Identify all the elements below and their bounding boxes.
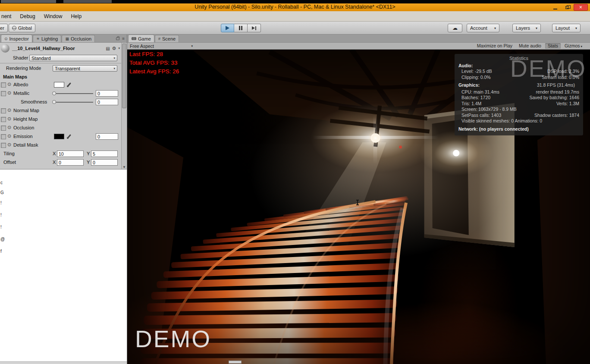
restore-button[interactable] xyxy=(562,4,573,11)
lock-icon[interactable] xyxy=(116,38,119,40)
texture-slot[interactable] xyxy=(1,91,6,96)
chevron-down-icon: ▾ xyxy=(494,26,496,30)
illegible-text-fragment: ! xyxy=(0,225,2,229)
target-icon[interactable]: ⊙ xyxy=(7,133,11,139)
rendering-mode-dropdown[interactable]: Transparent ▾ xyxy=(53,65,117,72)
menu-item-debug[interactable]: Debug xyxy=(16,13,39,19)
texture-slot[interactable] xyxy=(1,108,6,113)
gear-icon[interactable]: ⚙ xyxy=(112,46,116,51)
eyedropper-icon[interactable] xyxy=(66,82,72,88)
tiling-row: Tiling X Y xyxy=(0,150,127,158)
pivot-button[interactable]: er xyxy=(0,24,8,32)
cloud-services-button[interactable]: ☁ xyxy=(448,24,462,32)
stats-row: Visible skinned meshes: 0 Animations: 0 xyxy=(458,118,579,124)
layers-dropdown[interactable]: Layers ▾ xyxy=(512,24,541,32)
target-icon[interactable]: ⊙ xyxy=(7,125,11,130)
play-button[interactable] xyxy=(221,24,234,32)
menu-item-window[interactable]: Window xyxy=(40,13,67,19)
background-tab[interactable] xyxy=(63,0,112,3)
slider-knob[interactable] xyxy=(52,91,56,95)
offset-label: Offset xyxy=(3,160,16,165)
account-dropdown[interactable]: Account ▾ xyxy=(467,24,499,32)
panel-menu-icon[interactable]: ≡ xyxy=(122,36,125,41)
game-panel-tab-bar: Game # Scene xyxy=(127,35,590,43)
emission-value-field[interactable] xyxy=(96,133,118,140)
minimize-button[interactable] xyxy=(549,4,561,11)
step-button[interactable] xyxy=(248,24,261,32)
metallic-slider[interactable] xyxy=(53,93,93,94)
texture-slot[interactable] xyxy=(1,126,6,131)
material-inspector: __10_Level4_Hallway_Floor ▤ ⚙ ▾ Shader S… xyxy=(0,43,127,169)
smoothness-value-field[interactable] xyxy=(96,99,118,105)
texture-slot[interactable] xyxy=(1,143,6,148)
menu-item-component-partial[interactable]: nent xyxy=(0,13,16,19)
scrollbar-thumb[interactable] xyxy=(122,44,126,108)
maximize-on-play-button[interactable]: Maximize on Play xyxy=(474,43,515,49)
emission-color-swatch[interactable] xyxy=(54,134,64,139)
scroll-down-icon[interactable]: ▼ xyxy=(122,165,126,169)
stats-button[interactable]: Stats xyxy=(545,43,561,49)
target-icon[interactable]: ⊙ xyxy=(7,90,11,96)
stats-row: Batches: 1720 Saved by batching: 1646 xyxy=(458,95,579,101)
pivot-toggle-group: er Global xyxy=(0,24,35,32)
smoothness-slider[interactable] xyxy=(53,102,93,103)
stats-row: Screen: 1063x729 - 8.9 MB xyxy=(458,107,579,113)
chevron-down-icon[interactable]: ▾ xyxy=(118,47,120,50)
window-title: Unity Personal (64bit) - Silo.unity - Ro… xyxy=(0,4,590,10)
globe-icon xyxy=(12,26,16,30)
metallic-value-field[interactable] xyxy=(96,90,118,97)
shader-dropdown[interactable]: Standard ▾ xyxy=(29,55,117,61)
fps-line: Latest Avg FPS: 26 xyxy=(129,67,179,76)
background-tab[interactable] xyxy=(1,0,56,3)
tiling-y-field[interactable] xyxy=(91,151,118,157)
tab-scene-label: Scene xyxy=(162,36,176,41)
shader-value: Standard xyxy=(31,56,51,61)
scene-icon: # xyxy=(158,37,160,41)
albedo-row: ⊙ Albedo xyxy=(0,81,127,89)
cloud-icon: ☁ xyxy=(452,25,458,31)
material-preview-sphere xyxy=(1,44,9,53)
inspector-scrollbar[interactable]: ▼ xyxy=(121,43,127,169)
pause-button[interactable] xyxy=(234,24,248,32)
workspace: ⊙ Inspector ☀ Lighting ▦ Occlusion ≡ xyxy=(0,35,590,364)
game-viewport[interactable]: Last FPS: 28 Total AVG FPS: 33 Latest Av… xyxy=(127,50,590,364)
mute-audio-button[interactable]: Mute audio xyxy=(516,43,544,49)
tab-occlusion[interactable]: ▦ Occlusion xyxy=(62,35,95,42)
offset-y-field[interactable] xyxy=(91,159,118,166)
tab-occlusion-label: Occlusion xyxy=(71,36,91,41)
target-icon[interactable]: ⊙ xyxy=(7,82,11,87)
target-icon[interactable]: ⊙ xyxy=(7,142,11,147)
texture-slot[interactable] xyxy=(1,117,6,122)
target-icon[interactable]: ⊙ xyxy=(7,107,11,113)
divider xyxy=(0,63,127,63)
tab-game[interactable]: Game xyxy=(128,35,154,42)
doc-icon[interactable]: ▤ xyxy=(106,46,110,51)
rendering-mode-row: Rendering Mode Transparent ▾ xyxy=(0,64,127,73)
inspector-panel: ⊙ Inspector ☀ Lighting ▦ Occlusion ≡ xyxy=(0,35,127,364)
gizmos-button[interactable]: Gizmos▾ xyxy=(562,43,585,49)
offset-row: Offset X Y xyxy=(0,158,127,167)
smoothness-row: Smoothness xyxy=(0,98,127,107)
background-window-strip xyxy=(0,0,590,3)
tab-lighting[interactable]: ☀ Lighting xyxy=(33,35,62,42)
aspect-dropdown[interactable]: Free Aspect ▾ xyxy=(127,44,195,49)
game-toolbar: Free Aspect ▾ Maximize on Play Mute audi… xyxy=(127,43,590,50)
target-icon[interactable]: ⊙ xyxy=(7,116,11,122)
layout-dropdown[interactable]: Layout ▾ xyxy=(552,24,581,32)
step-icon xyxy=(252,26,256,30)
stats-row: SetPass calls: 1403 Shadow casters: 1874 xyxy=(458,113,579,119)
texture-slot[interactable] xyxy=(1,134,6,139)
material-header: __10_Level4_Hallway_Floor ▤ ⚙ ▾ xyxy=(0,43,127,54)
slider-knob[interactable] xyxy=(52,100,56,104)
offset-x-field[interactable] xyxy=(57,159,84,166)
eyedropper-icon[interactable] xyxy=(66,133,72,139)
illegible-text-fragment: c xyxy=(0,180,3,185)
tiling-x-field[interactable] xyxy=(57,151,84,157)
menu-item-help[interactable]: Help xyxy=(66,13,86,19)
close-button[interactable]: × xyxy=(574,4,588,11)
tab-inspector[interactable]: ⊙ Inspector xyxy=(1,35,32,42)
texture-slot[interactable] xyxy=(1,82,6,88)
albedo-color-swatch[interactable] xyxy=(54,82,64,88)
tab-scene[interactable]: # Scene xyxy=(155,35,179,42)
global-toggle-button[interactable]: Global xyxy=(9,24,35,32)
